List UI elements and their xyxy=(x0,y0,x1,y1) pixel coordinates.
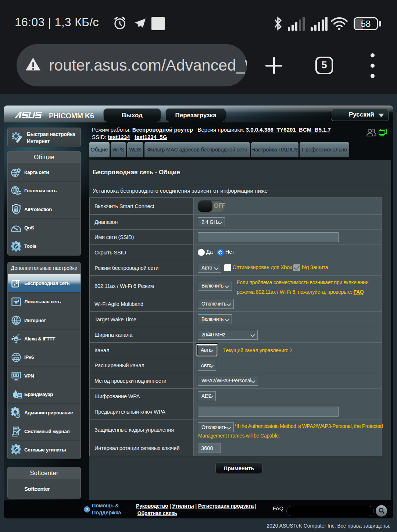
svg-text:IPV6: IPV6 xyxy=(13,356,19,359)
